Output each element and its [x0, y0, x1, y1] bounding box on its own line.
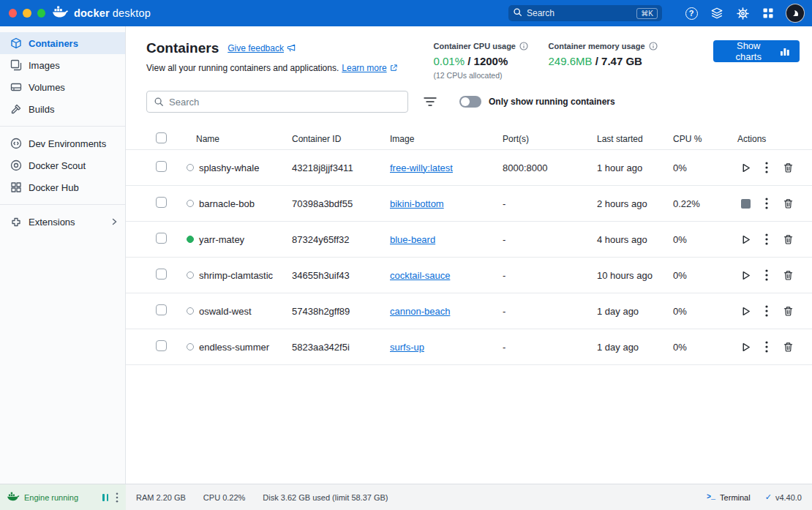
status-dot: [187, 271, 194, 279]
kebab-icon: [765, 198, 768, 209]
sidebar-item-dev-environments[interactable]: Dev Environments: [0, 132, 125, 154]
sidebar-item-docker-hub[interactable]: Docker Hub: [0, 176, 125, 198]
pause-engine-button[interactable]: [101, 492, 110, 503]
terminal-button[interactable]: >_ Terminal: [707, 493, 751, 502]
give-feedback-link[interactable]: Give feedback: [228, 43, 296, 53]
info-icon[interactable]: [519, 42, 528, 50]
show-charts-button[interactable]: Show charts: [713, 40, 800, 62]
row-menu-button[interactable]: [759, 231, 775, 247]
engine-status[interactable]: Engine running: [0, 484, 126, 510]
user-avatar[interactable]: [786, 4, 805, 23]
engine-menu-button[interactable]: [114, 491, 120, 504]
stop-button[interactable]: [737, 195, 753, 211]
learn-more-link[interactable]: Learn more: [342, 63, 396, 73]
running-only-toggle[interactable]: [459, 96, 481, 108]
apps-grid-icon[interactable]: [760, 5, 776, 21]
cpu-stat: CPU 0.22%: [203, 493, 245, 502]
row-menu-button[interactable]: [759, 339, 775, 355]
cpu-used-value: 0.01%: [434, 55, 465, 67]
delete-button[interactable]: [780, 231, 796, 247]
last-started: 4 hours ago: [597, 234, 673, 245]
delete-button[interactable]: [780, 339, 796, 355]
column-header-last-started[interactable]: Last started: [597, 134, 673, 144]
container-ports: -: [503, 306, 597, 317]
sidebar-item-volumes[interactable]: Volumes: [0, 76, 125, 98]
column-header-ports[interactable]: Port(s): [503, 134, 597, 144]
main-content: Containers Give feedback View all your r…: [126, 26, 812, 484]
global-search-placeholder: Search: [527, 8, 636, 18]
play-button[interactable]: [737, 267, 753, 283]
table-row: endless-summer 5823aa342f5i surfs-up - 1…: [126, 329, 812, 365]
zoom-window-button[interactable]: [37, 9, 45, 18]
sidebar-item-docker-scout[interactable]: Docker Scout: [0, 154, 125, 176]
global-search[interactable]: Search ⌘K: [508, 5, 662, 21]
row-checkbox[interactable]: [156, 233, 167, 244]
column-header-image[interactable]: Image: [390, 134, 503, 144]
whale-icon: [7, 492, 20, 503]
close-window-button[interactable]: [9, 9, 17, 18]
image-link[interactable]: bikini-bottom: [390, 198, 444, 209]
terminal-icon: >_: [707, 493, 715, 501]
delete-button[interactable]: [780, 195, 796, 211]
row-checkbox[interactable]: [156, 161, 167, 172]
version-indicator[interactable]: ✓ v4.40.0: [765, 492, 802, 502]
last-started: 10 hours ago: [597, 270, 673, 281]
kebab-icon: [765, 233, 768, 245]
sidebar-item-builds[interactable]: Builds: [0, 98, 125, 120]
play-button[interactable]: [737, 339, 753, 355]
image-link[interactable]: surfs-up: [390, 342, 424, 353]
sidebar: Containers Images Volumes Builds Dev Env…: [0, 26, 126, 484]
delete-button[interactable]: [780, 160, 796, 176]
row-checkbox[interactable]: [156, 197, 167, 208]
sidebar-item-images[interactable]: Images: [0, 54, 125, 76]
cpu-percent: 0%: [673, 162, 737, 173]
container-ports: -: [503, 234, 597, 245]
row-checkbox[interactable]: [156, 269, 167, 280]
select-all-checkbox[interactable]: [156, 132, 167, 143]
column-header-name[interactable]: Name: [187, 134, 292, 144]
delete-button[interactable]: [780, 267, 796, 283]
filter-icon[interactable]: [421, 94, 440, 110]
chevron-right-icon: [110, 218, 118, 225]
play-button[interactable]: [737, 231, 753, 247]
column-header-cpu[interactable]: CPU %: [673, 134, 737, 144]
memory-total-value: / 7.47 GB: [595, 55, 642, 67]
container-name: endless-summer: [199, 342, 269, 353]
play-button[interactable]: [737, 160, 753, 176]
docker-whale-icon: [53, 6, 69, 20]
sidebar-item-containers[interactable]: Containers: [0, 32, 125, 54]
sidebar-divider: [0, 204, 125, 205]
image-link[interactable]: blue-beard: [390, 234, 435, 245]
row-menu-button[interactable]: [759, 160, 775, 176]
stack-icon[interactable]: [709, 5, 725, 21]
row-menu-button[interactable]: [759, 303, 775, 319]
image-link[interactable]: cocktail-sauce: [390, 270, 450, 281]
megaphone-icon: [287, 44, 296, 53]
info-icon[interactable]: [649, 42, 658, 50]
containers-table-body: splashy-whale 43218j8jjf3411 free-willy:…: [126, 150, 812, 365]
engine-status-label: Engine running: [24, 493, 97, 502]
image-link[interactable]: free-willy:latest: [390, 162, 453, 173]
search-input[interactable]: [169, 97, 401, 108]
settings-gear-icon[interactable]: [734, 5, 751, 21]
image-link[interactable]: cannon-beach: [390, 306, 450, 317]
page-header: Containers Give feedback View all your r…: [126, 26, 812, 80]
extensions-icon: [10, 216, 22, 228]
column-header-container-id[interactable]: Container ID: [292, 134, 390, 144]
sidebar-item-extensions[interactable]: Extensions: [0, 211, 125, 233]
search-icon: [513, 7, 522, 20]
dev-environments-icon: [10, 138, 22, 149]
container-id: 87324y65ff32: [292, 234, 390, 245]
cpu-percent: 0%: [673, 234, 737, 245]
row-checkbox[interactable]: [156, 304, 167, 315]
row-menu-button[interactable]: [759, 195, 775, 211]
delete-button[interactable]: [780, 303, 796, 319]
help-icon[interactable]: ?: [683, 5, 699, 21]
row-menu-button[interactable]: [759, 267, 775, 283]
minimize-window-button[interactable]: [23, 9, 31, 18]
cpu-percent: 0.22%: [673, 198, 737, 209]
container-search: [146, 91, 408, 113]
docker-logo: dockerdesktop: [53, 6, 151, 20]
play-button[interactable]: [737, 303, 753, 319]
row-checkbox[interactable]: [156, 340, 167, 351]
